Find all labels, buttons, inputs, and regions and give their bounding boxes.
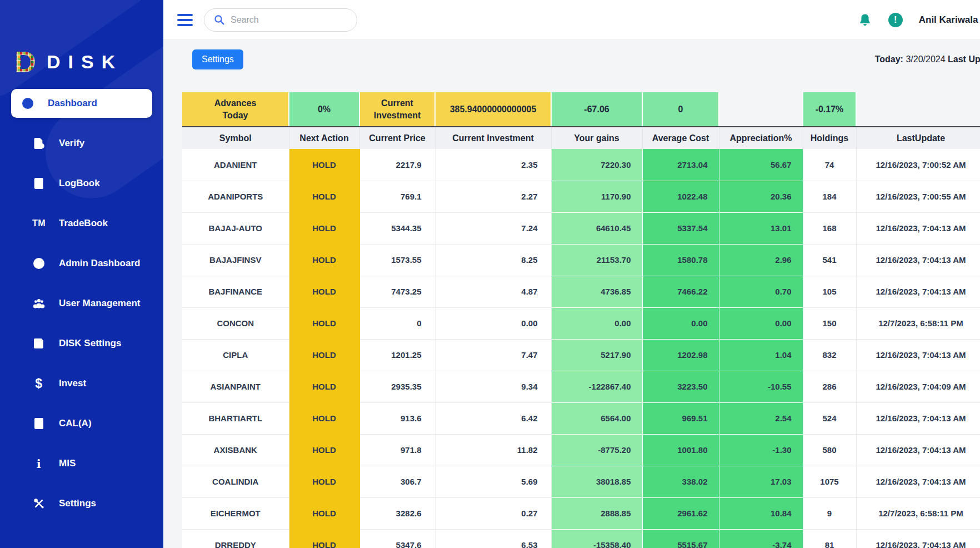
current-price-cell: 769.1 — [359, 181, 435, 212]
sidebar-item-dashboard[interactable]: Dashboard — [11, 89, 152, 118]
appreciation-cell: 10.84 — [719, 497, 803, 529]
sidebar-item-admin-dashboard[interactable]: Admin Dashboard — [11, 249, 152, 278]
current-investment-cell: 2.35 — [435, 149, 551, 181]
next-action-badge: HOLD — [289, 371, 359, 402]
sidebar-item-invest[interactable]: $ Invest — [11, 369, 152, 398]
sidebar: D DISK Dashboard Verify LogBook TM Trade… — [0, 0, 163, 548]
next-action-badge: HOLD — [289, 434, 359, 466]
summary-empty-cell — [719, 92, 803, 127]
average-cost-cell: 2713.04 — [642, 149, 719, 181]
appreciation-cell: 20.36 — [719, 181, 803, 212]
your-gains-cell: -8775.20 — [551, 434, 642, 466]
last-update-cell: 12/16/2023, 7:00:55 AM — [856, 181, 980, 212]
current-price-cell: 2217.9 — [359, 149, 435, 181]
next-action-badge: HOLD — [289, 244, 359, 276]
toolbar: Settings Today: 3/20/2024 Last Upd — [182, 49, 980, 70]
your-gains-cell: 6564.00 — [551, 402, 642, 434]
today-date: 3/20/2024 — [906, 54, 945, 64]
next-action-badge: HOLD — [289, 307, 359, 339]
next-action-badge: HOLD — [289, 149, 359, 181]
appreciation-cell: -3.74 — [719, 529, 803, 548]
average-cost-cell: 1202.98 — [642, 339, 719, 371]
symbol-cell: COALINDIA — [182, 466, 289, 497]
current-investment-label-cell: Current Investment — [359, 92, 435, 127]
current-investment-cell: 7.47 — [435, 339, 551, 371]
symbol-cell: BAJFINANCE — [182, 276, 289, 307]
hamburger-menu-icon[interactable] — [177, 14, 193, 26]
holdings-cell: 105 — [803, 276, 856, 307]
sidebar-item-tradebook[interactable]: TM TradeBook — [11, 209, 152, 238]
holdings-cell: 184 — [803, 181, 856, 212]
search-box[interactable] — [204, 8, 357, 32]
average-cost-cell: 5337.54 — [642, 212, 719, 244]
current-price-cell: 7473.25 — [359, 276, 435, 307]
summary-row: Advances Today 0% Current Investment 385… — [182, 92, 980, 127]
symbol-cell: ADANIENT — [182, 149, 289, 181]
last-update-cell: 12/16/2023, 7:04:09 AM — [856, 371, 980, 402]
appreciation-cell: 13.01 — [719, 212, 803, 244]
last-update-cell: 12/16/2023, 7:00:52 AM — [856, 149, 980, 181]
table-row: ADANIENT HOLD 2217.9 2.35 7220.30 2713.0… — [182, 149, 980, 181]
search-input[interactable] — [231, 15, 342, 25]
last-update-cell: 12/16/2023, 7:04:13 AM — [856, 466, 980, 497]
appreciation-cell: 2.96 — [719, 244, 803, 276]
average-cost-cell: 3223.50 — [642, 371, 719, 402]
settings-button[interactable]: Settings — [192, 49, 243, 69]
last-update-cell: 12/16/2023, 7:04:13 AM — [856, 434, 980, 466]
holdings-cell: 81 — [803, 529, 856, 548]
current-investment-cell: 0.27 — [435, 497, 551, 529]
your-gains-cell: 7220.30 — [551, 149, 642, 181]
current-investment-cell: 9.34 — [435, 371, 551, 402]
user-name: Anil Kariwala — [919, 14, 978, 26]
current-investment-cell: 8.25 — [435, 244, 551, 276]
book-icon — [32, 177, 46, 190]
average-cost-cell: 0.00 — [642, 307, 719, 339]
col-header-next-action: Next Action — [289, 127, 359, 149]
current-price-cell: 971.8 — [359, 434, 435, 466]
holdings-cell: 832 — [803, 339, 856, 371]
total-avg-cost-cell: 0 — [642, 92, 719, 127]
average-cost-cell: 7466.22 — [642, 276, 719, 307]
your-gains-cell: 4736.85 — [551, 276, 642, 307]
current-price-cell: 3282.6 — [359, 497, 435, 529]
current-price-cell: 5344.35 — [359, 212, 435, 244]
symbol-cell: BAJAJ-AUTO — [182, 212, 289, 244]
average-cost-cell: 5515.67 — [642, 529, 719, 548]
table-row: AXISBANK HOLD 971.8 11.82 -8775.20 1001.… — [182, 434, 980, 466]
sidebar-item-settings[interactable]: Settings — [11, 489, 152, 518]
portfolio-table: Advances Today 0% Current Investment 385… — [182, 92, 980, 548]
average-cost-cell: 2961.62 — [642, 497, 719, 529]
appreciation-cell: -10.55 — [719, 371, 803, 402]
sidebar-item-logbook[interactable]: LogBook — [11, 169, 152, 198]
holdings-cell: 524 — [803, 402, 856, 434]
brand-logo: D DISK — [0, 0, 163, 77]
current-investment-cell: 4.87 — [435, 276, 551, 307]
sidebar-item-cal-a[interactable]: CAL(A) — [11, 409, 152, 438]
last-update-cell: 12/16/2023, 7:04:13 AM — [856, 212, 980, 244]
table-row: COALINDIA HOLD 306.7 5.69 38018.85 338.0… — [182, 466, 980, 497]
sidebar-item-disk-settings[interactable]: DISK Settings — [11, 329, 152, 358]
last-update-cell: 12/7/2023, 6:58:11 PM — [856, 307, 980, 339]
table-row: BAJAJFINSV HOLD 1573.55 8.25 21153.70 15… — [182, 244, 980, 276]
alert-icon[interactable]: ! — [888, 13, 903, 27]
sidebar-item-user-management[interactable]: User Management — [11, 289, 152, 318]
appreciation-cell: -1.30 — [719, 434, 803, 466]
holdings-cell: 150 — [803, 307, 856, 339]
symbol-cell: ASIANPAINT — [182, 371, 289, 402]
col-header-lastupdate: LastUpdate — [856, 127, 980, 149]
current-investment-cell: 5.69 — [435, 466, 551, 497]
current-investment-value-cell: 385.94000000000005 — [435, 92, 551, 127]
table-row: BHARTIARTL HOLD 913.6 6.42 6564.00 969.5… — [182, 402, 980, 434]
svg-text:D: D — [14, 47, 36, 77]
sidebar-item-verify[interactable]: Verify — [11, 129, 152, 158]
gauge-icon — [21, 97, 34, 110]
bell-icon[interactable] — [858, 13, 872, 27]
total-gains-cell: -67.06 — [551, 92, 642, 127]
holdings-cell: 168 — [803, 212, 856, 244]
next-action-badge: HOLD — [289, 402, 359, 434]
symbol-cell: BHARTIARTL — [182, 402, 289, 434]
current-investment-cell: 6.42 — [435, 402, 551, 434]
your-gains-cell: 0.00 — [551, 307, 642, 339]
sidebar-item-mis[interactable]: i MIS — [11, 449, 152, 478]
next-action-badge: HOLD — [289, 276, 359, 307]
